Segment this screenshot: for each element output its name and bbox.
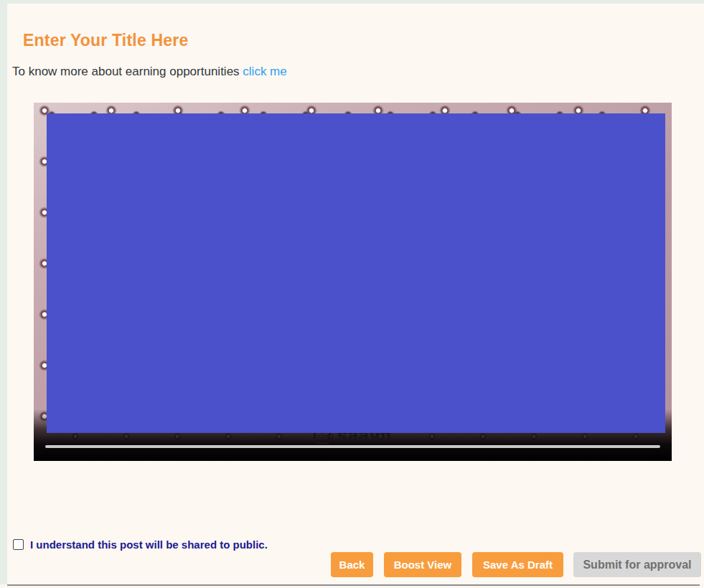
media-blue-overlay bbox=[47, 113, 665, 433]
consent-row: I understand this post will be shared to… bbox=[13, 538, 268, 551]
back-button[interactable]: Back bbox=[331, 552, 373, 577]
public-consent-checkbox[interactable] bbox=[13, 539, 24, 550]
submit-for-approval-button[interactable]: Submit for approval bbox=[573, 552, 701, 577]
page-background-top-strip bbox=[0, 0, 704, 4]
page-background-left-strip bbox=[0, 0, 7, 584]
earning-opportunities-label: To know more about earning opportunities bbox=[12, 65, 240, 78]
save-as-draft-button[interactable]: Save As Draft bbox=[472, 552, 563, 577]
boost-view-button[interactable]: Boost View bbox=[384, 552, 461, 577]
post-media-preview[interactable]: saavn bbox=[34, 103, 672, 461]
card-bottom-divider bbox=[7, 584, 700, 586]
player-progress-bar[interactable] bbox=[45, 445, 660, 448]
public-consent-label: I understand this post will be shared to… bbox=[30, 538, 268, 551]
page-title: Enter Your Title Here bbox=[23, 31, 188, 50]
click-me-link[interactable]: click me bbox=[243, 65, 286, 78]
earning-opportunities-text: To know more about earning opportunities… bbox=[12, 65, 287, 79]
